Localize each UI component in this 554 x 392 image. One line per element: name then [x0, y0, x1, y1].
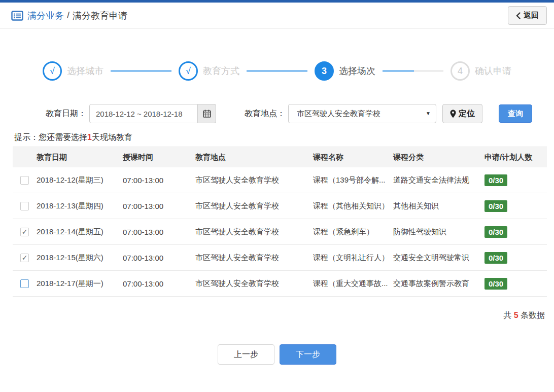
- step-1-marker: √: [43, 61, 62, 81]
- table-body: 2018-12-12(星期三) 07:00-13:00 市区驾驶人安全教育学校 …: [13, 167, 547, 297]
- hint-highlight-count: 1: [87, 133, 92, 141]
- col-header-count: 申请/计划人数: [484, 153, 547, 162]
- locate-button[interactable]: 定位: [442, 104, 482, 123]
- cell-location: 市区驾驶人安全教育学校: [195, 253, 313, 263]
- cell-location: 市区驾驶人安全教育学校: [195, 279, 313, 289]
- header: 满分业务 / 满分教育申请 返回: [0, 3, 554, 29]
- step-confirm-application: 4 确认申请: [451, 61, 511, 81]
- location-pin-icon: [450, 110, 456, 118]
- date-range-input[interactable]: [89, 104, 198, 123]
- row-checkbox[interactable]: [20, 176, 29, 185]
- chevron-left-icon: [516, 12, 521, 19]
- calendar-icon: [203, 110, 211, 118]
- cell-location: 市区驾驶人安全教育学校: [195, 227, 313, 237]
- back-button-label: 返回: [524, 11, 539, 20]
- step-4-marker: 4: [451, 61, 470, 81]
- cell-category: 防御性驾驶知识: [393, 227, 484, 237]
- total-suffix: 条数据: [521, 311, 545, 319]
- education-place-label: 教育地点：: [245, 109, 285, 119]
- filter-bar: 教育日期： 教育地点： 市区驾驶人安全教育学校 ▼: [46, 104, 554, 123]
- cell-date: 2018-12-12(星期三): [37, 175, 123, 185]
- cell-date: 2018-12-17(星期一): [37, 279, 123, 289]
- row-checkbox[interactable]: [20, 279, 29, 288]
- back-button[interactable]: 返回: [508, 6, 547, 25]
- count-badge: 0/30: [484, 226, 507, 238]
- locate-button-label: 定位: [459, 109, 475, 119]
- cell-category: 交通安全文明驾驶常识: [393, 253, 484, 263]
- step-connector-2: [247, 70, 307, 72]
- cell-category: 其他相关知识: [393, 201, 484, 211]
- stepper: √ 选择城市 √ 教育方式 3 选择场次 4 确认申请: [43, 61, 511, 81]
- hint-suffix: 天现场教育: [92, 133, 132, 141]
- date-range-group: [89, 104, 216, 123]
- table-row[interactable]: ✓ 2018-12-15(星期六) 07:00-13:00 市区驾驶人安全教育学…: [13, 245, 547, 271]
- cell-category: 道路交通安全法律法规: [393, 175, 484, 185]
- step-1-label: 选择城市: [67, 65, 103, 77]
- cell-time: 07:00-13:00: [123, 279, 195, 288]
- breadcrumb: 满分业务 / 满分教育申请: [11, 10, 127, 22]
- total-count: 5: [514, 311, 518, 319]
- cell-course: 课程（重大交通事故...: [313, 279, 393, 289]
- col-header-category: 课程分类: [393, 153, 484, 162]
- education-date-label: 教育日期：: [46, 109, 86, 119]
- total-count-text: 共 5 条数据: [0, 310, 545, 321]
- cell-course: 课程（文明礼让行人）: [313, 253, 393, 263]
- cell-date: 2018-12-14(星期五): [37, 227, 123, 237]
- row-checkbox[interactable]: ✓: [20, 228, 29, 236]
- education-place-select[interactable]: 市区驾驶人安全教育学校 ▼: [288, 104, 436, 123]
- cell-course: 课程（139号部令解...: [313, 175, 393, 185]
- col-header-location: 教育地点: [195, 153, 313, 162]
- step-education-mode: √ 教育方式: [179, 61, 239, 81]
- cell-category: 交通事故案例警示教育: [393, 279, 484, 289]
- step-connector-3: [383, 70, 443, 72]
- list-icon: [11, 11, 23, 21]
- cell-time: 07:00-13:00: [123, 228, 195, 236]
- cell-location: 市区驾驶人安全教育学校: [195, 175, 313, 185]
- cell-date: 2018-12-15(星期六): [37, 253, 123, 263]
- previous-step-button[interactable]: 上一步: [218, 344, 274, 365]
- wizard-actions: 上一步 下一步: [0, 344, 554, 365]
- calendar-button[interactable]: [198, 104, 216, 123]
- session-table: 教育日期 授课时间 教育地点 课程名称 课程分类 申请/计划人数 2018-12…: [13, 147, 547, 297]
- next-step-button[interactable]: 下一步: [280, 344, 336, 365]
- table-row[interactable]: 2018-12-13(星期四) 07:00-13:00 市区驾驶人安全教育学校 …: [13, 193, 547, 219]
- row-checkbox[interactable]: ✓: [20, 254, 29, 262]
- count-badge: 0/30: [484, 278, 507, 290]
- hint-text: 提示：您还需要选择1天现场教育: [14, 132, 554, 143]
- cell-time: 07:00-13:00: [123, 254, 195, 262]
- cell-course: 课程（其他相关知识）: [313, 201, 393, 211]
- step-4-label: 确认申请: [475, 65, 511, 77]
- col-header-course: 课程名称: [313, 153, 393, 162]
- table-row[interactable]: 2018-12-17(星期一) 07:00-13:00 市区驾驶人安全教育学校 …: [13, 271, 547, 297]
- table-row[interactable]: 2018-12-12(星期三) 07:00-13:00 市区驾驶人安全教育学校 …: [13, 167, 547, 193]
- step-3-label: 选择场次: [339, 65, 375, 77]
- breadcrumb-current: 满分教育申请: [73, 10, 127, 22]
- breadcrumb-primary[interactable]: 满分业务: [27, 10, 64, 22]
- step-3-marker: 3: [315, 61, 334, 81]
- cell-time: 07:00-13:00: [123, 176, 195, 185]
- count-badge: 0/30: [484, 200, 507, 212]
- col-header-date: 教育日期: [37, 153, 123, 162]
- chevron-down-icon: ▼: [426, 111, 431, 116]
- cell-date: 2018-12-13(星期四): [37, 201, 123, 211]
- cell-location: 市区驾驶人安全教育学校: [195, 201, 313, 211]
- hint-prefix: 提示：您还需要选择: [14, 133, 87, 141]
- total-prefix: 共: [503, 311, 511, 319]
- breadcrumb-separator: /: [67, 10, 70, 21]
- step-connector-1: [111, 70, 171, 72]
- education-place-selected: 市区驾驶人安全教育学校: [297, 109, 380, 119]
- step-2-label: 教育方式: [203, 65, 239, 77]
- check-icon: ✓: [22, 254, 28, 262]
- col-header-time: 授课时间: [123, 153, 195, 162]
- count-badge: 0/30: [484, 252, 507, 264]
- cell-course: 课程（紧急刹车）: [313, 227, 393, 237]
- step-select-session: 3 选择场次: [315, 61, 375, 81]
- search-button[interactable]: 查询: [499, 104, 532, 123]
- table-row[interactable]: ✓ 2018-12-14(星期五) 07:00-13:00 市区驾驶人安全教育学…: [13, 219, 547, 245]
- check-icon: ✓: [22, 228, 28, 236]
- cell-time: 07:00-13:00: [123, 202, 195, 210]
- step-2-marker: √: [179, 61, 198, 81]
- row-checkbox[interactable]: [20, 202, 29, 210]
- count-badge: 0/30: [484, 174, 507, 186]
- table-header-row: 教育日期 授课时间 教育地点 课程名称 课程分类 申请/计划人数: [13, 147, 547, 167]
